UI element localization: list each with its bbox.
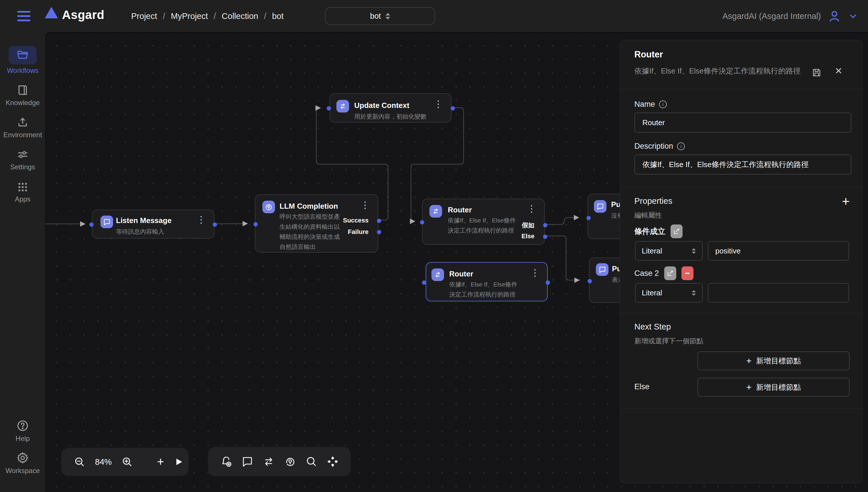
input-port[interactable] <box>422 280 426 285</box>
sidebar-item-help[interactable]: Help <box>0 419 45 443</box>
add-node-button[interactable]: + <box>157 456 164 468</box>
case-2-value-input[interactable] <box>708 283 849 302</box>
breadcrumb-bot[interactable]: bot <box>272 11 283 21</box>
output-port-if[interactable] <box>543 223 547 227</box>
output-label-success: Success <box>343 217 369 224</box>
bulb-cycle-icon <box>262 201 275 213</box>
node-subtitle: 依據If、Else If、Else條件 決定工作流程執行的路徑 <box>449 279 517 299</box>
info-icon: i <box>677 142 685 150</box>
output-port[interactable] <box>213 222 217 227</box>
user-icon[interactable] <box>828 9 841 23</box>
bulb-cycle-icon[interactable] <box>284 456 296 468</box>
divider <box>620 409 863 409</box>
case-1-header: 條件成立 <box>634 224 683 238</box>
output-port-else[interactable] <box>543 235 547 239</box>
zoom-in-icon[interactable] <box>121 456 133 468</box>
info-icon: i <box>659 100 667 108</box>
node-menu-button[interactable]: ⋮ <box>530 268 540 277</box>
input-port[interactable] <box>327 106 331 110</box>
input-port[interactable] <box>588 279 592 283</box>
sidebar-item-workflows[interactable]: Workflows <box>0 46 45 75</box>
folder-icon <box>16 49 29 62</box>
app-header: Asgard Project / MyProject / Collection … <box>0 0 868 32</box>
case-2-type-select[interactable]: Literal <box>635 283 703 302</box>
remove-case-icon[interactable]: − <box>681 266 693 280</box>
breadcrumb-myproject[interactable]: MyProject <box>171 11 208 21</box>
output-port-failure[interactable] <box>377 230 381 234</box>
chat-icon[interactable] <box>241 456 253 468</box>
divider <box>620 89 863 89</box>
node-menu-button[interactable]: ⋮ <box>197 215 206 224</box>
output-port-success[interactable] <box>377 219 381 223</box>
node-menu-button[interactable]: ⋮ <box>361 201 370 209</box>
node-title: LLM Completion <box>279 202 338 211</box>
close-icon[interactable]: ✕ <box>835 66 842 76</box>
zoom-out-icon[interactable] <box>74 456 85 468</box>
edit-icon[interactable] <box>664 266 676 280</box>
output-port[interactable] <box>451 106 455 110</box>
add-target-node-button-if[interactable]: + 新增目標節點 <box>697 351 850 370</box>
chat-bubble-icon <box>596 263 609 276</box>
input-port[interactable] <box>587 216 591 220</box>
sidebar-item-environment[interactable]: Environment <box>0 116 45 139</box>
select-chevrons-icon <box>386 13 390 20</box>
panel-description: 依據If、Else If、Else條件決定工作流程執行的路徑 <box>634 65 809 77</box>
node-menu-button[interactable]: ⋮ <box>527 204 536 213</box>
chevron-down-icon[interactable] <box>848 11 858 21</box>
case-1-value-input[interactable] <box>708 241 849 261</box>
help-circle-icon <box>16 419 29 432</box>
case-2-label: Case 2 <box>634 269 659 278</box>
description-label: Description i <box>634 142 685 151</box>
select-chevrons-icon <box>692 290 696 296</box>
output-label-if: 假如 <box>522 221 535 230</box>
breadcrumb-collection[interactable]: Collection <box>222 11 258 21</box>
run-workflow-button[interactable] <box>174 457 184 467</box>
node-subtitle: 呼叫大型語言模型並產 生結構化的資料輸出以 輔助流程的決策或生成 自然語言輸出 <box>279 212 340 252</box>
input-port[interactable] <box>89 222 94 227</box>
output-port[interactable] <box>546 280 550 285</box>
node-llm-completion[interactable]: LLM Completion 呼叫大型語言模型並產 生結構化的資料輸出以 輔助流… <box>255 194 378 253</box>
input-port[interactable] <box>420 220 424 224</box>
case-2-header: Case 2 − <box>634 266 693 280</box>
else-label: Else <box>634 383 650 391</box>
sidebar-item-apps[interactable]: Apps <box>0 180 45 203</box>
properties-subtitle: 編輯屬性 <box>634 211 662 220</box>
menu-icon[interactable] <box>17 10 30 22</box>
account-area[interactable]: AsgardAI (Asgard Internal) <box>722 0 858 32</box>
add-property-button[interactable]: + <box>842 195 850 208</box>
case-1-label: 條件成立 <box>634 226 665 237</box>
divider <box>620 313 863 314</box>
add-target-node-button-else[interactable]: + 新增目標節點 <box>697 378 850 397</box>
swap-arrows-icon[interactable] <box>263 456 275 468</box>
edit-icon[interactable] <box>671 224 683 238</box>
breadcrumb-project[interactable]: Project <box>131 11 157 21</box>
sidebar-item-settings[interactable]: Settings <box>0 148 45 171</box>
description-input[interactable] <box>634 154 851 174</box>
node-title: Update Context <box>354 101 409 110</box>
bot-version-select[interactable]: bot <box>325 7 435 25</box>
node-menu-button[interactable]: ⋮ <box>434 100 443 108</box>
search-icon[interactable] <box>305 456 318 468</box>
upload-icon <box>16 116 29 129</box>
app-logo: Asgard <box>62 8 104 22</box>
node-router-2-selected[interactable]: Router 依據If、Else If、Else條件 決定工作流程執行的路徑 ⋮ <box>426 262 548 301</box>
sidebar-item-workspace[interactable]: Workspace <box>0 451 45 475</box>
node-palette-toolbar <box>208 447 351 476</box>
panel-title: Router <box>634 49 663 60</box>
node-router-1[interactable]: Router 依據If、Else If、Else條件 決定工作流程執行的路徑 ⋮… <box>422 199 545 245</box>
bell-add-icon[interactable] <box>220 456 232 468</box>
logo-icon <box>45 7 58 18</box>
plus-icon: + <box>746 355 752 366</box>
sidebar-item-knowledge[interactable]: Knowledge <box>0 84 45 107</box>
node-subtitle: 依據If、Else If、Else條件 決定工作流程執行的路徑 <box>448 215 516 236</box>
save-icon[interactable] <box>812 68 821 77</box>
node-properties-panel: Router 依據If、Else If、Else條件決定工作流程執行的路徑 ✕ … <box>620 40 863 484</box>
case-1-type-select[interactable]: Literal <box>635 241 703 261</box>
node-listen-message[interactable]: Listen Message 等待訊息內容輸入 ⋮ <box>92 210 215 239</box>
move-diamond-icon[interactable] <box>327 456 339 468</box>
node-update-context[interactable]: Update Context 用於更新內容，初始化變數 ⋮ <box>329 93 451 123</box>
input-port[interactable] <box>253 222 258 226</box>
chat-bubble-icon <box>100 216 113 228</box>
name-input[interactable] <box>634 113 851 132</box>
swap-arrows-icon <box>431 268 444 281</box>
